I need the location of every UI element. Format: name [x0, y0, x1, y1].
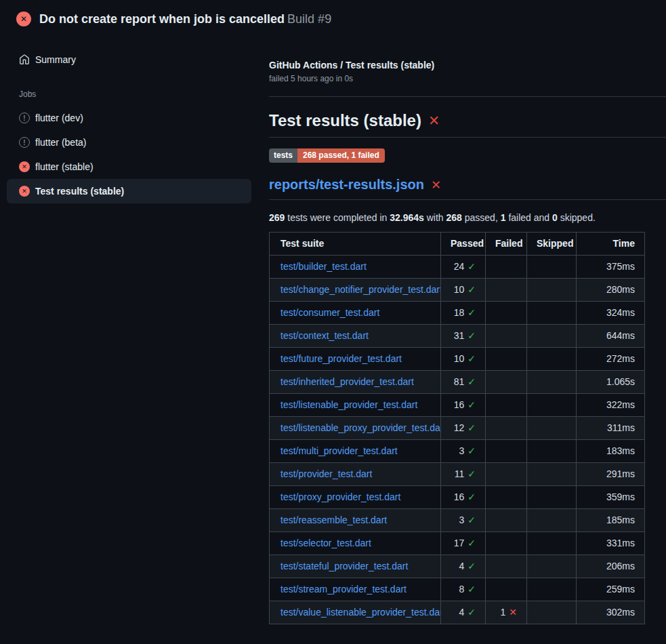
badge-label: tests: [269, 148, 297, 163]
table-row: test/context_test.dart31✓644ms: [270, 325, 645, 348]
test-suite-link[interactable]: test/selector_test.dart: [280, 538, 371, 548]
test-suite-link[interactable]: test/stream_provider_test.dart: [280, 584, 407, 595]
passed-count: 81: [454, 376, 465, 387]
suite-cell: test/context_test.dart: [270, 325, 441, 348]
time-cell: 259ms: [577, 578, 645, 601]
skipped-cell: [527, 440, 577, 463]
check-icon: ✓: [467, 284, 476, 295]
table-row: test/listenable_provider_test.dart16✓322…: [270, 394, 645, 417]
badge-value: 268 passed, 1 failed: [297, 148, 385, 163]
test-suite-link[interactable]: test/future_provider_test.dart: [280, 353, 402, 364]
test-suite-link[interactable]: test/reassemble_test.dart: [280, 515, 387, 525]
time-cell: 331ms: [577, 532, 645, 555]
failed-cell: [486, 394, 527, 417]
failed-cell: [486, 302, 527, 325]
passed-cell: 31✓: [441, 325, 486, 348]
test-suite-link[interactable]: test/proxy_provider_test.dart: [280, 491, 400, 502]
test-suite-link[interactable]: test/listenable_proxy_provider_test.dart: [280, 422, 441, 433]
skipped-cell: [527, 509, 577, 532]
passed-count: 24: [454, 261, 465, 272]
check-icon: ✓: [467, 376, 476, 387]
time-cell: 272ms: [577, 348, 645, 371]
sidebar-item-job-1[interactable]: !flutter (beta): [7, 130, 251, 155]
job-label: flutter (stable): [35, 161, 93, 172]
failed-cell: [486, 325, 527, 348]
skipped-cell: [527, 417, 577, 440]
passed-count: 16: [454, 491, 465, 502]
cancelled-icon: !: [19, 137, 30, 148]
check-icon: ✓: [467, 399, 476, 410]
test-suite-link[interactable]: test/multi_provider_test.dart: [280, 445, 398, 456]
passed-count: 16: [454, 399, 465, 410]
tests-badge: tests 268 passed, 1 failed: [269, 148, 385, 163]
failed-cell: [486, 371, 527, 394]
check-icon: ✓: [467, 422, 476, 433]
check-icon: ✓: [467, 307, 476, 318]
test-suite-link[interactable]: test/stateful_provider_test.dart: [280, 561, 408, 571]
suite-cell: test/provider_test.dart: [270, 463, 441, 486]
table-row: test/value_listenable_provider_test.dart…: [270, 601, 645, 624]
passed-cell: 4✓: [441, 555, 486, 578]
test-suite-link[interactable]: test/builder_test.dart: [280, 261, 367, 272]
passed-count: 3: [459, 445, 464, 456]
job-label: flutter (beta): [35, 137, 86, 148]
failed-count: 1: [500, 607, 505, 618]
failed-cell: [486, 578, 527, 601]
sidebar-item-job-3[interactable]: ✕Test results (stable): [7, 179, 251, 203]
breadcrumb: GitHub Actions / Test results (stable): [269, 60, 666, 71]
cross-icon: ✕: [509, 607, 517, 618]
job-label: flutter (dev): [35, 113, 83, 123]
suite-cell: test/builder_test.dart: [270, 256, 441, 279]
table-row: test/future_provider_test.dart10✓272ms: [270, 348, 645, 371]
sidebar-summary-label: Summary: [35, 54, 76, 65]
skipped-cell: [527, 532, 577, 555]
failed-x-icon: ✕: [428, 113, 440, 129]
build-number: Build #9: [287, 12, 331, 26]
sidebar-item-job-0[interactable]: !flutter (dev): [7, 106, 251, 130]
cancelled-icon: !: [19, 113, 30, 123]
passed-cell: 10✓: [441, 348, 486, 371]
check-icon: ✓: [467, 538, 476, 548]
suite-cell: test/inherited_provider_test.dart: [270, 371, 441, 394]
check-section-title: Test results (stable) ✕: [269, 111, 666, 138]
sidebar-item-summary[interactable]: Summary: [7, 47, 251, 72]
test-suite-link[interactable]: test/listenable_provider_test.dart: [280, 399, 417, 410]
test-suite-link[interactable]: test/inherited_provider_test.dart: [280, 376, 414, 387]
check-icon: ✓: [467, 353, 476, 364]
passed-count: 10: [454, 353, 465, 364]
table-row: test/builder_test.dart24✓375ms: [270, 256, 645, 279]
table-row: test/change_notifier_provider_test.dart1…: [270, 279, 645, 302]
check-icon: ✓: [467, 261, 476, 272]
passed-count: 31: [454, 330, 465, 341]
failed-cell: [486, 279, 527, 302]
test-suite-link[interactable]: test/value_listenable_provider_test.dart: [280, 607, 441, 618]
failed-cell: [486, 532, 527, 555]
column-failed: Failed: [486, 233, 527, 256]
time-cell: 206ms: [577, 555, 645, 578]
run-failed-icon: ✕: [16, 12, 31, 26]
failed-x-icon: ✕: [19, 161, 30, 172]
suite-cell: test/stateful_provider_test.dart: [270, 555, 441, 578]
failed-cell: [486, 440, 527, 463]
table-row: test/listenable_proxy_provider_test.dart…: [270, 417, 645, 440]
table-row: test/consumer_test.dart18✓324ms: [270, 302, 645, 325]
passed-cell: 4✓: [441, 601, 486, 624]
test-suite-link[interactable]: test/context_test.dart: [280, 330, 369, 341]
sidebar-item-job-2[interactable]: ✕flutter (stable): [7, 155, 251, 179]
skipped-cell: [527, 348, 577, 371]
time-cell: 359ms: [577, 486, 645, 509]
column-skipped: Skipped: [527, 233, 577, 256]
check-icon: ✓: [467, 515, 476, 525]
test-suite-link[interactable]: test/change_notifier_provider_test.dart: [280, 284, 441, 295]
report-file-link[interactable]: reports/test-results.json: [269, 177, 424, 193]
test-suite-link[interactable]: test/provider_test.dart: [280, 468, 372, 479]
column-test-suite: Test suite: [270, 233, 441, 256]
check-icon: ✓: [467, 330, 476, 341]
time-cell: 1.065s: [577, 371, 645, 394]
test-suite-link[interactable]: test/consumer_test.dart: [280, 307, 379, 318]
check-icon: ✓: [467, 584, 476, 595]
failed-cell: [486, 417, 527, 440]
table-row: test/inherited_provider_test.dart81✓1.06…: [270, 371, 645, 394]
passed-cell: 81✓: [441, 371, 486, 394]
check-icon: ✓: [467, 468, 476, 479]
